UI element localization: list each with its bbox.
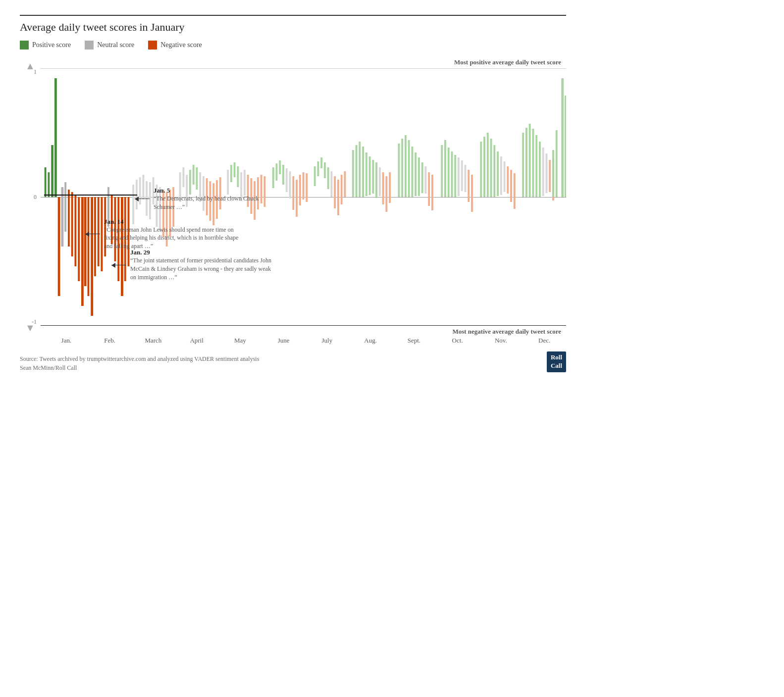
legend-positive: Positive score <box>20 41 71 50</box>
legend-negative: Negative score <box>148 41 202 50</box>
svg-rect-5 <box>51 145 53 197</box>
svg-rect-92 <box>366 152 367 196</box>
svg-rect-113 <box>448 148 450 197</box>
svg-rect-100 <box>398 144 400 197</box>
jan5-quote: “The Democrats, lead by head clown Chuck… <box>154 195 262 211</box>
x-label-sept: Sept. <box>392 337 436 345</box>
source-area: Source: Tweets archived by trumptwittera… <box>20 351 566 372</box>
svg-rect-125 <box>493 145 495 197</box>
svg-rect-96 <box>379 167 381 196</box>
svg-rect-110 <box>431 175 433 210</box>
svg-rect-79 <box>317 161 319 176</box>
svg-rect-85 <box>337 180 339 215</box>
source-text: Source: Tweets archived by trumptwittera… <box>20 354 259 372</box>
top-annotation: Most positive average daily tweet score <box>20 58 566 66</box>
svg-rect-83 <box>330 171 332 197</box>
svg-rect-133 <box>525 128 527 197</box>
svg-rect-70 <box>282 165 284 185</box>
y-axis: ▲ 1 0 -1 ▼ <box>20 68 41 326</box>
svg-rect-88 <box>352 150 354 197</box>
x-label-may: May <box>218 337 262 345</box>
svg-rect-76 <box>303 172 305 199</box>
jan29-quote: “The joint statement of former president… <box>130 256 274 281</box>
svg-rect-3 <box>45 167 47 197</box>
y-arrow-up: ▲ <box>25 60 35 72</box>
roll-call-badge: Roll Call <box>547 351 566 372</box>
svg-rect-101 <box>401 139 403 197</box>
legend: Positive score Neutral score Negative sc… <box>20 41 566 50</box>
svg-rect-11 <box>71 192 73 256</box>
svg-rect-114 <box>451 151 453 197</box>
bars-chart <box>41 68 566 326</box>
svg-rect-98 <box>385 176 387 212</box>
svg-rect-136 <box>535 135 537 197</box>
svg-rect-99 <box>389 172 391 203</box>
svg-rect-90 <box>359 142 361 197</box>
svg-rect-9 <box>64 182 66 232</box>
legend-neutral: Neutral score <box>85 41 134 50</box>
svg-rect-69 <box>279 160 281 174</box>
jan14-quote: “Congressman John Lewis should spend mor… <box>104 226 248 250</box>
x-label-feb: Feb. <box>88 337 132 345</box>
jan14-date: Jan. 14 <box>104 218 248 226</box>
svg-rect-72 <box>289 171 291 199</box>
negative-swatch <box>148 41 157 50</box>
jan14-annotation: Jan. 14 “Congressman John Lewis should s… <box>85 218 248 250</box>
svg-rect-127 <box>500 156 502 195</box>
svg-rect-58 <box>237 166 239 187</box>
jan5-annotation: Jan. 5 “The Democrats, lead by head clow… <box>135 187 262 211</box>
svg-rect-135 <box>532 129 534 197</box>
svg-rect-6 <box>54 78 57 197</box>
svg-rect-107 <box>421 162 423 193</box>
top-border <box>20 15 566 16</box>
svg-rect-82 <box>327 167 329 189</box>
svg-rect-112 <box>444 140 446 197</box>
svg-rect-86 <box>341 175 343 204</box>
x-label-april: April <box>175 337 218 345</box>
svg-rect-109 <box>428 172 430 206</box>
svg-rect-132 <box>522 133 524 197</box>
svg-rect-81 <box>324 162 326 178</box>
x-label-march: March <box>132 337 175 345</box>
svg-rect-108 <box>424 166 426 194</box>
svg-rect-131 <box>514 173 516 209</box>
svg-rect-118 <box>465 165 467 192</box>
svg-rect-71 <box>286 168 288 192</box>
svg-rect-1 <box>85 41 94 50</box>
legend-positive-label: Positive score <box>32 41 71 49</box>
svg-rect-66 <box>263 176 265 207</box>
svg-rect-2 <box>148 41 157 50</box>
x-axis: Jan. Feb. March April May June July Aug.… <box>45 337 566 345</box>
svg-rect-134 <box>529 124 531 197</box>
svg-rect-126 <box>497 151 499 196</box>
legend-negative-label: Negative score <box>160 41 202 49</box>
jan29-annotation: Jan. 29 “The joint statement of former p… <box>111 249 274 281</box>
svg-rect-130 <box>510 170 512 202</box>
svg-rect-106 <box>418 157 420 196</box>
svg-rect-73 <box>292 176 294 210</box>
svg-rect-111 <box>441 145 443 197</box>
svg-rect-4 <box>48 172 50 197</box>
svg-rect-57 <box>234 162 236 177</box>
svg-rect-121 <box>480 142 482 197</box>
svg-rect-143 <box>565 96 566 197</box>
y-arrow-down: ▼ <box>25 322 35 334</box>
svg-rect-146 <box>552 150 554 197</box>
svg-rect-68 <box>276 163 278 181</box>
svg-rect-116 <box>458 157 460 196</box>
svg-rect-7 <box>58 197 60 296</box>
svg-rect-97 <box>382 172 384 204</box>
svg-rect-137 <box>539 142 541 197</box>
svg-rect-117 <box>461 160 463 191</box>
legend-neutral-label: Neutral score <box>97 41 134 49</box>
x-label-july: July <box>306 337 349 345</box>
svg-rect-145 <box>556 130 558 197</box>
svg-rect-129 <box>507 166 509 194</box>
svg-rect-89 <box>356 145 358 197</box>
svg-rect-43 <box>182 167 184 187</box>
x-label-aug: Aug. <box>349 337 392 345</box>
svg-rect-84 <box>334 176 336 208</box>
svg-rect-87 <box>344 171 346 197</box>
svg-rect-46 <box>193 165 195 185</box>
x-label-oct: Oct. <box>436 337 479 345</box>
